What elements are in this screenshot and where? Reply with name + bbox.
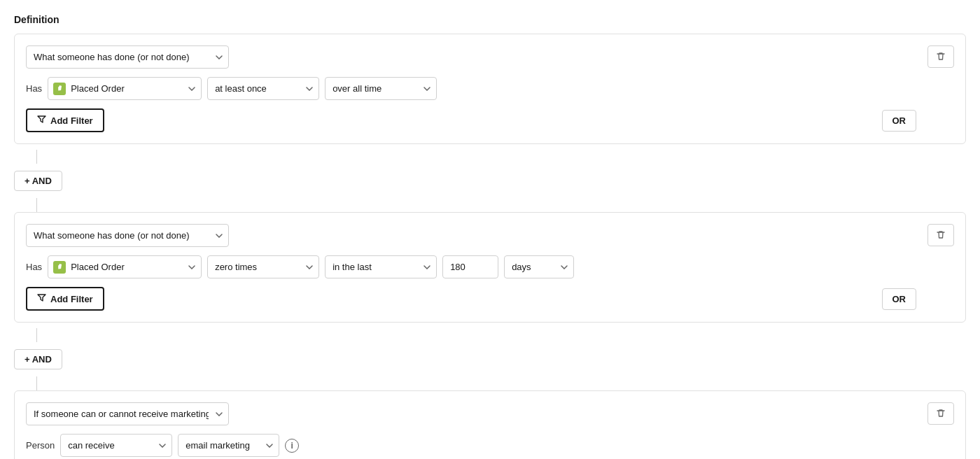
- condition-1-left: What someone has done (or not done) Has …: [26, 45, 916, 132]
- filter-icon-1: [37, 115, 46, 126]
- condition-3-delete-button[interactable]: [927, 402, 954, 425]
- definition-title: Definition: [14, 14, 966, 25]
- condition-2-main-select[interactable]: What someone has done (or not done): [26, 224, 229, 247]
- vertical-line-1: [36, 150, 37, 164]
- condition-2-period-select[interactable]: days: [504, 255, 574, 278]
- condition-block-3: If someone can or cannot receive marketi…: [14, 390, 966, 459]
- condition-1-has-label: Has: [26, 83, 42, 94]
- trash-icon-3: [935, 408, 946, 419]
- condition-1-time-select[interactable]: over all time: [325, 77, 437, 100]
- condition-2-number-input[interactable]: [442, 255, 498, 278]
- and-connector-2: [14, 328, 966, 342]
- condition-3-can-receive-select[interactable]: can receive: [60, 434, 172, 457]
- filter-icon-2: [37, 293, 46, 304]
- condition-3-left: If someone can or cannot receive marketi…: [26, 402, 916, 459]
- condition-2-or-button[interactable]: OR: [882, 288, 917, 310]
- and-button-1[interactable]: + AND: [14, 171, 62, 191]
- condition-2-has-label: Has: [26, 262, 42, 272]
- condition-3-person-label: Person: [26, 440, 55, 451]
- condition-block-1: What someone has done (or not done) Has …: [14, 34, 966, 144]
- vertical-line-2b: [36, 376, 37, 390]
- condition-3-main-select[interactable]: If someone can or cannot receive marketi…: [26, 402, 229, 425]
- trash-icon-1: [935, 51, 946, 62]
- condition-1-add-filter-button[interactable]: Add Filter: [26, 108, 104, 132]
- condition-2-delete-button[interactable]: [927, 224, 954, 246]
- condition-1-or-button[interactable]: OR: [882, 110, 917, 132]
- condition-2-time-select[interactable]: in the last: [325, 255, 437, 278]
- condition-3-marketing-type-select[interactable]: email marketing: [178, 434, 279, 457]
- condition-2-add-filter-button[interactable]: Add Filter: [26, 287, 104, 311]
- shopify-icon-1: [53, 83, 66, 95]
- and-button-2[interactable]: + AND: [14, 349, 62, 369]
- condition-1-main-select[interactable]: What someone has done (or not done): [26, 45, 229, 69]
- condition-1-event-wrapper: Placed Order: [48, 77, 202, 100]
- condition-1-frequency-select[interactable]: at least once: [207, 77, 319, 100]
- condition-2-left: What someone has done (or not done) Has …: [26, 224, 916, 311]
- condition-2-frequency-select[interactable]: zero times: [207, 255, 319, 278]
- condition-2-event-wrapper: Placed Order: [48, 255, 202, 278]
- and-connector-1: [14, 150, 966, 164]
- condition-1-event-select[interactable]: Placed Order: [48, 77, 202, 100]
- condition-block-2: What someone has done (or not done) Has …: [14, 212, 966, 323]
- info-icon-3[interactable]: i: [285, 439, 299, 453]
- shopify-icon-2: [53, 261, 66, 274]
- vertical-line-2: [36, 328, 37, 342]
- definition-section: Definition What someone has done (or not…: [14, 14, 966, 459]
- condition-1-delete-button[interactable]: [927, 45, 954, 68]
- vertical-line-1b: [36, 198, 37, 212]
- condition-2-event-select[interactable]: Placed Order: [48, 255, 202, 278]
- trash-icon-2: [935, 230, 946, 241]
- and-connector-2b: [14, 376, 966, 390]
- and-connector-1b: [14, 198, 966, 212]
